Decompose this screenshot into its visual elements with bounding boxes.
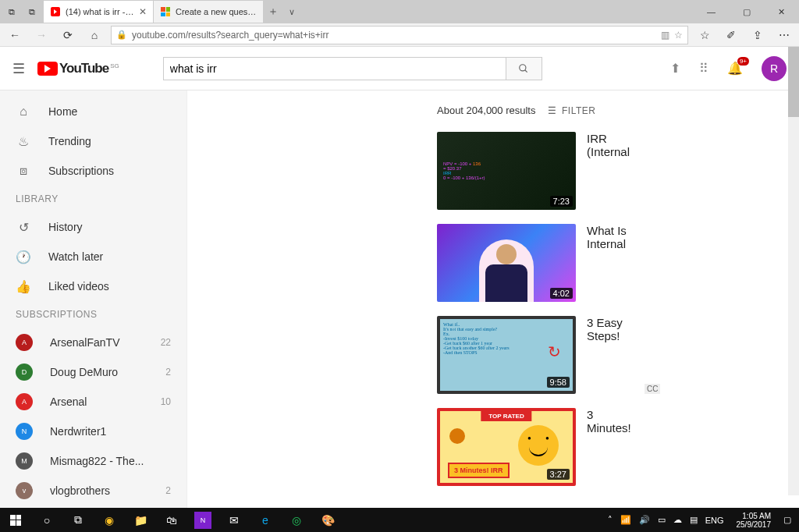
language-indicator[interactable]: ENG	[705, 516, 724, 525]
tab-youtube[interactable]: (14) what is irr - YouTube ✕	[44, 1, 153, 23]
menu-icon[interactable]: ☰	[12, 60, 25, 77]
channel-avatar: A	[16, 393, 33, 410]
sidebar-subscription[interactable]: AArsenalFanTV22	[0, 328, 186, 357]
video-title: What Is Internal	[587, 224, 630, 250]
sidebar-item-liked[interactable]: 👍Liked videos	[0, 271, 186, 301]
network-icon[interactable]: 📶	[620, 515, 631, 525]
favorite-star-icon[interactable]: ☆	[674, 30, 683, 41]
history-icon: ↺	[16, 220, 31, 235]
sidebar-item-watch-later[interactable]: 🕐Watch later	[0, 242, 186, 271]
filter-button[interactable]: ☰ FILTER	[548, 105, 595, 116]
video-duration: 9:58	[547, 377, 570, 388]
onenote-icon[interactable]: N	[194, 512, 211, 529]
notes-icon[interactable]: ✐	[721, 25, 741, 45]
reading-view-icon[interactable]: ▥	[661, 30, 669, 41]
onedrive-icon[interactable]: ☁	[673, 515, 682, 525]
subscriptions-icon: ⧇	[16, 164, 31, 178]
start-button[interactable]	[0, 508, 31, 532]
forward-button[interactable]: →	[31, 25, 51, 45]
search-input[interactable]	[163, 57, 506, 80]
chrome-icon[interactable]: ◉	[94, 508, 125, 532]
search-results: About 204,000 results ☰ FILTER NPV = -10…	[187, 90, 799, 532]
video-duration: 4:02	[550, 288, 573, 299]
upload-icon[interactable]: ⬆	[670, 61, 680, 76]
region-code: SG	[110, 62, 119, 69]
search-result[interactable]: 4:02 What Is Internal	[437, 224, 799, 302]
tab-msquestion[interactable]: Create a new question or st	[154, 1, 263, 23]
sidebar-subscription[interactable]: AArsenal10	[0, 387, 186, 417]
sidebar-subscription[interactable]: NNerdwriter1	[0, 417, 186, 446]
video-thumbnail[interactable]: 4:02	[437, 224, 576, 302]
channel-name: Arsenal	[50, 395, 144, 408]
share-icon[interactable]: ⇪	[748, 25, 768, 45]
notification-badge: 9+	[737, 57, 749, 66]
sidebar-item-subscriptions[interactable]: ⧇Subscriptions	[0, 156, 186, 186]
volume-icon[interactable]: 🔊	[639, 515, 650, 525]
task-view-icon[interactable]: ⧉	[62, 508, 94, 532]
channel-name: Doug DeMuro	[50, 366, 148, 378]
store-icon[interactable]: 🛍	[156, 508, 187, 532]
search-result[interactable]: NPV = -100 + 136= $20.37IRR0 = -100 + 13…	[437, 132, 799, 210]
channel-avatar: v	[16, 482, 33, 499]
notifications-icon[interactable]: 🔔9+	[727, 61, 743, 76]
scrollbar-thumb[interactable]	[788, 47, 799, 117]
sidebar-subscription[interactable]: DDoug DeMuro2	[0, 357, 186, 387]
tab-title: (14) what is irr - YouTube	[66, 7, 134, 16]
new-count: 2	[165, 485, 171, 496]
explorer-icon[interactable]: 📁	[125, 508, 156, 532]
channel-name: Nerdwriter1	[50, 425, 154, 438]
channel-avatar: A	[16, 334, 33, 351]
app-icon[interactable]: ◎	[281, 508, 312, 532]
favorites-icon[interactable]: ☆	[694, 25, 715, 45]
apps-icon[interactable]: ⠿	[699, 61, 708, 76]
channel-name: Mismag822 - The...	[50, 455, 154, 467]
battery-icon[interactable]: ▭	[658, 515, 666, 525]
back-button[interactable]: ←	[5, 25, 25, 45]
browser-tabs: (14) what is irr - YouTube ✕ Create a ne…	[44, 0, 301, 23]
notification-icon[interactable]: ▢	[783, 515, 791, 525]
tabs-overview-icon[interactable]: ⧉	[3, 3, 20, 20]
sidebar-subscription[interactable]: vvlogbrothers2	[0, 476, 186, 505]
tab-chevron-icon[interactable]: ∨	[282, 7, 301, 17]
edge-icon[interactable]: e	[250, 508, 281, 532]
top-rated-badge: TOP RATED	[481, 411, 531, 421]
channel-name: vlogbrothers	[50, 484, 148, 497]
sidebar-subscription[interactable]: MMismag822 - The...	[0, 446, 186, 476]
paint-icon[interactable]: 🎨	[312, 508, 343, 532]
action-center-icon[interactable]: ▤	[690, 515, 698, 525]
sidebar-item-trending[interactable]: ♨Trending	[0, 126, 186, 156]
scrollbar[interactable]	[788, 47, 799, 495]
address-bar[interactable]: 🔒 youtube.com/results?search_query=what+…	[111, 26, 688, 44]
new-count: 10	[161, 396, 171, 407]
home-icon: ⌂	[16, 105, 31, 119]
video-thumbnail[interactable]: TOP RATED 3 Minutes! IRR 3:27	[437, 408, 576, 486]
clock[interactable]: 1:05 AM25/9/2017	[732, 512, 776, 529]
video-thumbnail[interactable]: What if..It's not that easy and simple?E…	[437, 316, 576, 394]
trending-icon: ♨	[16, 134, 31, 149]
minimize-button[interactable]: —	[694, 0, 729, 23]
svg-point-0	[520, 64, 526, 70]
close-window-button[interactable]: ✕	[764, 0, 799, 23]
channel-avatar: N	[16, 423, 33, 440]
youtube-logo[interactable]: YouTube SG	[37, 61, 119, 76]
search-result[interactable]: What if..It's not that easy and simple?E…	[437, 316, 799, 394]
set-aside-tabs-icon[interactable]: ⧉	[23, 3, 41, 20]
search-result[interactable]: TOP RATED 3 Minutes! IRR 3:27 3 Minutes!	[437, 408, 799, 486]
video-title: 3 Minutes!	[587, 408, 630, 434]
maximize-button[interactable]: ▢	[729, 0, 764, 23]
refresh-button[interactable]: ⟳	[58, 25, 78, 45]
sidebar-item-history[interactable]: ↺History	[0, 212, 186, 242]
tray-chevron-icon[interactable]: ˄	[608, 515, 613, 525]
mail-icon[interactable]: ✉	[218, 508, 250, 532]
home-button[interactable]: ⌂	[84, 25, 105, 45]
sidebar-item-home[interactable]: ⌂Home	[0, 97, 186, 126]
video-thumbnail[interactable]: NPV = -100 + 136= $20.37IRR0 = -100 + 13…	[437, 132, 576, 210]
more-icon[interactable]: ⋯	[774, 25, 794, 45]
cortana-icon[interactable]: ○	[31, 508, 62, 532]
tab-title: Create a new question or st	[176, 7, 257, 16]
close-tab-icon[interactable]: ✕	[139, 6, 147, 17]
search-button[interactable]	[506, 57, 542, 80]
new-tab-button[interactable]: ＋	[264, 5, 282, 19]
url-text: youtube.com/results?search_query=what+is…	[132, 30, 656, 41]
avatar[interactable]: R	[762, 56, 787, 81]
